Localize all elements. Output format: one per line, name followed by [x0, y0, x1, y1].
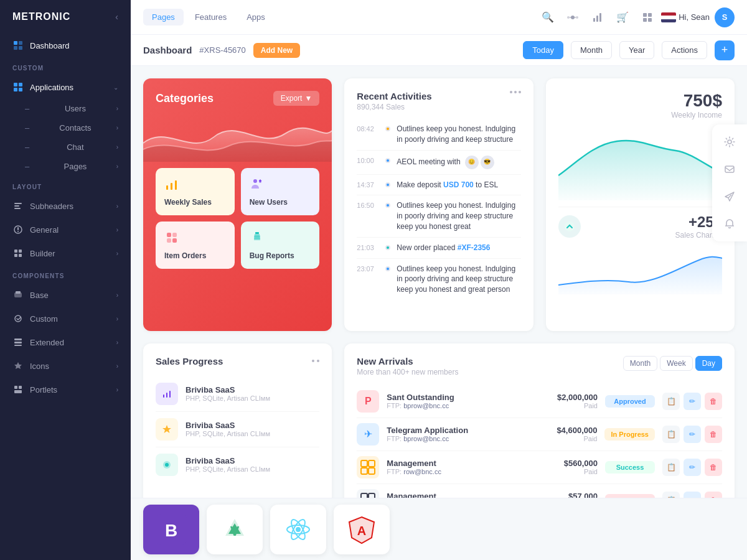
arrivals-badge-3: Success — [605, 461, 655, 474]
sidebar-sub-pages[interactable]: – Pages › — [25, 157, 131, 176]
tab-features[interactable]: Features — [186, 9, 235, 26]
arrivals-amount-3: $560,000 Paid — [542, 459, 598, 475]
actions-button[interactable]: Actions — [662, 41, 707, 59]
weekly-sales-tile[interactable]: Weekly Sales — [156, 168, 235, 215]
pages-label: Pages — [64, 162, 87, 171]
activity-time-5: 21:03 — [357, 243, 379, 251]
right-mail-icon[interactable] — [718, 158, 741, 180]
new-users-tile[interactable]: New Users — [241, 168, 320, 215]
arrivals-amount-1: $2,000,000 Paid — [542, 393, 598, 409]
arrivals-logo-3 — [357, 456, 379, 478]
main-content: Pages Features Apps 🔍 🛒 Hi, Sean S Dashb… — [131, 0, 747, 560]
cart-icon[interactable]: 🛒 — [611, 6, 634, 29]
sidebar-sub-contacts[interactable]: – Contacts › — [25, 118, 131, 138]
sidebar-item-custom[interactable]: Custom › — [0, 307, 131, 330]
new-users-icon — [250, 177, 265, 194]
sidebar-sub-chat[interactable]: – Chat › — [25, 138, 131, 157]
arrivals-action-copy-3[interactable]: 📋 — [662, 459, 680, 476]
year-button[interactable]: Year — [619, 41, 654, 59]
arrivals-day-tab[interactable]: Day — [695, 356, 722, 371]
svg-text:A: A — [357, 524, 366, 538]
svg-rect-49 — [255, 232, 259, 234]
arrivals-logo-2: ✈ — [357, 423, 379, 446]
sidebar-sub-users[interactable]: – Users › — [25, 99, 131, 118]
arrivals-week-tab[interactable]: Week — [660, 356, 692, 371]
custom-label: Custom — [30, 314, 58, 324]
language-flag[interactable] — [661, 12, 676, 22]
users-label: Users — [65, 104, 86, 113]
user-avatar[interactable]: S — [715, 7, 735, 27]
arrivals-action-edit-1[interactable]: ✏ — [684, 393, 701, 410]
item-orders-tile[interactable]: Item Orders — [156, 222, 235, 269]
bug-reports-icon — [250, 230, 265, 248]
tab-pages[interactable]: Pages — [143, 9, 184, 26]
react-icon[interactable] — [270, 505, 326, 554]
custom-icon — [12, 313, 24, 324]
sidebar-item-icons[interactable]: Icons › — [0, 354, 131, 378]
add-new-button[interactable]: Add New — [253, 43, 300, 58]
svg-rect-17 — [19, 254, 22, 257]
subheader: Dashboard #XRS-45670 Add New Today Month… — [131, 35, 747, 66]
right-settings-icon[interactable] — [718, 131, 741, 153]
arrivals-actions-2: 📋 ✏ 🗑 — [662, 426, 722, 443]
sidebar-collapse-icon[interactable]: ‹ — [115, 12, 118, 22]
arrivals-month-tab[interactable]: Month — [623, 356, 657, 371]
arrivals-action-copy-1[interactable]: 📋 — [662, 393, 680, 410]
sidebar-item-subheaders[interactable]: Subheaders › — [0, 194, 131, 218]
svg-rect-7 — [19, 88, 22, 91]
sidebar-item-applications[interactable]: Applications ⌄ — [0, 75, 131, 99]
svg-rect-38 — [643, 18, 647, 22]
tab-apps[interactable]: Apps — [238, 9, 274, 26]
sidebar-item-dashboard[interactable]: Dashboard — [0, 34, 131, 57]
user-menu[interactable]: Hi, Sean S — [679, 7, 735, 27]
today-button[interactable]: Today — [523, 41, 563, 59]
sidebar-item-general[interactable]: General › — [0, 218, 131, 241]
arrivals-action-edit-3[interactable]: ✏ — [684, 459, 701, 476]
add-icon-button[interactable]: + — [715, 40, 735, 60]
arrivals-action-copy-2[interactable]: 📋 — [662, 426, 680, 443]
activity-dot-1 — [385, 126, 390, 131]
angular-icon[interactable]: A — [334, 505, 390, 554]
svg-rect-2 — [14, 46, 17, 50]
sidebar-item-builder[interactable]: Builder › — [0, 241, 131, 265]
activity-text-4: Outlines keep you honest. Indulging in p… — [397, 200, 520, 231]
search-icon[interactable]: 🔍 — [537, 6, 559, 29]
arrivals-action-edit-2[interactable]: ✏ — [684, 426, 701, 443]
month-button[interactable]: Month — [571, 41, 612, 59]
subheaders-chevron-icon: › — [116, 203, 118, 210]
arrivals-tabs: Month Week Day — [623, 356, 722, 371]
sales-item-name-2: Briviba SaaS — [186, 421, 319, 430]
top-navigation: Pages Features Apps 🔍 🛒 Hi, Sean S — [131, 0, 747, 35]
chart-icon[interactable] — [586, 6, 609, 29]
svg-rect-25 — [14, 386, 17, 389]
sidebar-item-portlets[interactable]: Portlets › — [0, 378, 131, 401]
activities-menu-icon[interactable] — [510, 91, 521, 93]
bootstrap-icon[interactable]: B — [143, 505, 199, 554]
income-card: 750$ Weekly Income — [546, 78, 735, 331]
arrivals-action-delete-2[interactable]: 🗑 — [705, 426, 722, 443]
svg-rect-59 — [361, 460, 367, 467]
arrivals-badge-2: In Progress — [604, 428, 655, 441]
arrivals-action-delete-3[interactable]: 🗑 — [705, 459, 722, 476]
wave-chart — [143, 112, 332, 162]
income-amount: 750$ — [558, 91, 722, 111]
right-bell-icon[interactable] — [718, 213, 741, 235]
arrivals-logo-1: P — [357, 390, 379, 413]
grid-icon[interactable] — [636, 6, 659, 29]
svg-rect-41 — [171, 183, 172, 190]
export-button[interactable]: Export ▼ — [273, 91, 320, 106]
sidebar-item-base[interactable]: Base › — [0, 283, 131, 307]
page-title: Dashboard — [143, 45, 192, 55]
right-send-icon[interactable] — [718, 185, 741, 208]
share-icon[interactable] — [561, 6, 584, 29]
svg-rect-51 — [254, 238, 260, 238]
sales-item-icon-1 — [156, 383, 178, 405]
arrivals-name-3: Management — [387, 459, 534, 468]
bug-reports-tile[interactable]: Bug Reports — [241, 222, 320, 269]
vue-icon[interactable]: V — [207, 505, 263, 554]
logo-text: METRONIC — [12, 11, 70, 22]
svg-rect-10 — [14, 208, 21, 209]
sidebar-item-extended[interactable]: Extended › — [0, 330, 131, 354]
arrivals-action-delete-1[interactable]: 🗑 — [705, 393, 722, 410]
base-label: Base — [30, 291, 49, 300]
